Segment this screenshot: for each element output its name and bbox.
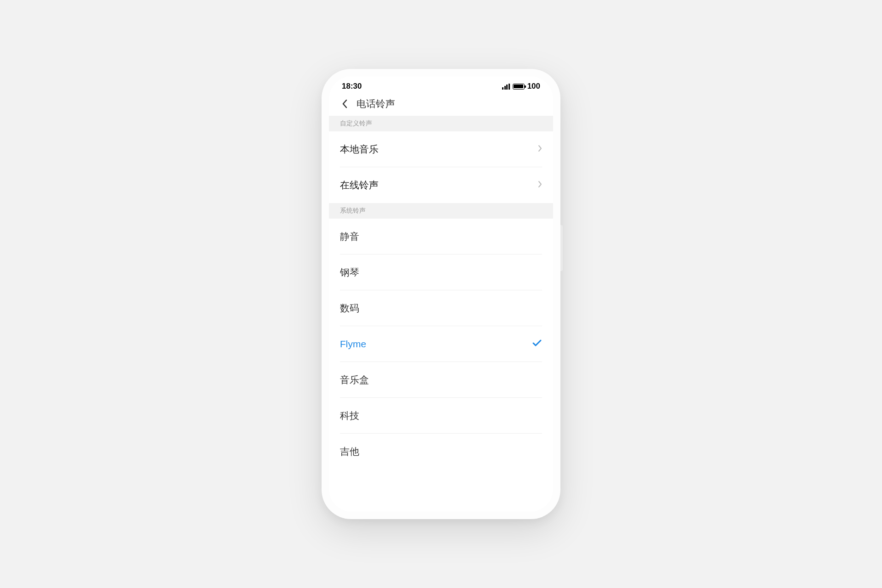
list-item-label: 本地音乐 [340,143,379,156]
ringtone-item-guitar[interactable]: 吉他 [340,434,542,469]
ringtone-item-silent[interactable]: 静音 [340,219,542,254]
chevron-right-icon [538,145,542,154]
list-item-online-ringtones[interactable]: 在线铃声 [340,167,542,203]
list-item-label: Flyme [340,339,366,350]
list-item-label: 数码 [340,302,359,315]
status-time: 18:30 [342,82,362,91]
check-icon [532,339,542,349]
status-bar: 18:30 100 [329,76,553,95]
list-item-label: 钢琴 [340,266,359,279]
list-item-label: 吉他 [340,445,359,458]
list-item-local-music[interactable]: 本地音乐 [340,131,542,167]
content-area: 自定义铃声 本地音乐 在线铃声 [329,116,553,512]
chevron-right-icon [538,181,542,190]
phone-side-button [560,225,563,271]
nav-header: 电话铃声 [329,95,553,116]
list-item-label: 音乐盒 [340,373,369,386]
ringtone-item-digital[interactable]: 数码 [340,290,542,326]
phone-frame: 18:30 100 电话铃声 自定义 [322,69,560,519]
phone-screen: 18:30 100 电话铃声 自定义 [329,76,553,512]
list-item-label: 在线铃声 [340,179,379,192]
system-list: 静音 钢琴 数码 Flyme 音乐盒 [329,219,553,469]
ringtone-item-tech[interactable]: 科技 [340,398,542,434]
list-item-label: 静音 [340,230,359,243]
custom-list: 本地音乐 在线铃声 [329,131,553,203]
status-right: 100 [502,82,540,91]
chevron-left-icon [342,99,347,108]
section-header-system: 系统铃声 [329,203,553,219]
ringtone-item-music-box[interactable]: 音乐盒 [340,362,542,398]
signal-icon [502,84,510,90]
section-header-custom: 自定义铃声 [329,116,553,131]
back-button[interactable] [338,97,351,110]
ringtone-item-flyme[interactable]: Flyme [340,326,542,362]
list-item-label: 科技 [340,409,359,422]
battery-icon [513,84,525,90]
battery-level: 100 [527,82,540,91]
ringtone-item-piano[interactable]: 钢琴 [340,254,542,290]
page-title: 电话铃声 [356,97,395,110]
